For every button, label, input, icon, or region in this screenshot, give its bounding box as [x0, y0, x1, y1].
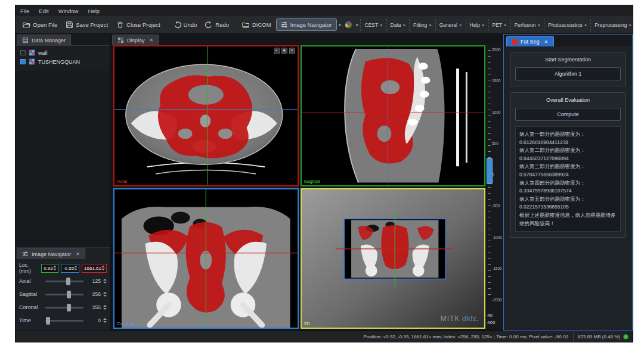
left-column-spacer	[16, 71, 110, 247]
left-column: Data Manager wall TUSHENGQUAN	[16, 34, 111, 331]
open-file-button[interactable]: Open File	[19, 19, 62, 30]
toolbar-overflow-arrow[interactable]: ▸	[354, 22, 360, 27]
slice-slider[interactable]	[45, 281, 83, 282]
slider-handle[interactable]	[66, 278, 70, 285]
slice-slider[interactable]	[45, 294, 83, 295]
coronal-ct-image	[114, 189, 298, 328]
view-controls: + ■ ✕	[274, 48, 295, 54]
slice-slider[interactable]	[45, 307, 83, 309]
image-navigator-tabbar: Image Navigator ✕	[16, 248, 110, 259]
slice-slider[interactable]	[45, 320, 83, 322]
sagittal-view[interactable]: Sagittal	[301, 45, 486, 186]
view-menu-item[interactable]: Photoacoustics ▸	[544, 19, 590, 31]
spinner-arrows-icon[interactable]	[74, 266, 78, 270]
status-bar: Position: <0.92, -0.55, 1661.61> mm; Ind…	[16, 331, 633, 342]
dkfz-logo: dkfz.	[462, 314, 478, 323]
chevron-right-icon: ▸	[585, 23, 587, 27]
slider-label: Coronal	[19, 304, 44, 310]
view-menu-item[interactable]: Preprocessing ▸	[590, 19, 633, 31]
view-menu-list: CEST ▸ Data ▸ Fitting ▸ General ▸ Help ▸…	[360, 19, 633, 31]
menu-item[interactable]: Help	[88, 8, 100, 14]
view-menu-item[interactable]: Data ▸	[386, 19, 409, 31]
window-value: 400	[487, 319, 495, 326]
spinner-arrows-icon[interactable]	[101, 266, 105, 270]
chevron-right-icon: ▸	[404, 23, 406, 27]
data-node-row[interactable]: TUSHENGQUAN	[17, 57, 109, 66]
view-perspective-button[interactable]	[343, 20, 354, 30]
chevron-right-icon: ▸	[504, 23, 507, 27]
slider-handle[interactable]	[46, 317, 50, 325]
visibility-checkbox[interactable]	[20, 59, 26, 64]
close-icon[interactable]: ✕	[150, 38, 154, 43]
location-y-spinbox[interactable]: -0.55	[61, 264, 79, 273]
result-line: 病人第五部分的脂肪密度为：0.0221571536655105	[519, 195, 617, 211]
crosshair-menu-icon[interactable]: +	[274, 48, 280, 54]
location-x-spinbox[interactable]: 0.92	[41, 264, 58, 273]
memory-text: 623.85 MB (0.48 %)	[578, 334, 620, 339]
fullscreen-icon[interactable]: ✕	[289, 48, 295, 54]
close-icon[interactable]: ✕	[76, 251, 80, 257]
chevron-right-icon: ▸	[538, 23, 540, 27]
tab-fat-seg[interactable]: Fat Seg ✕	[506, 36, 554, 46]
scale-label: 500	[492, 142, 503, 146]
image-navigator-panel: Image Navigator ✕ Loc. (mm) 0.92	[16, 247, 110, 331]
save-project-button[interactable]: Save Project	[62, 19, 113, 30]
view-menu-item[interactable]: Perfusion ▸	[510, 19, 544, 31]
slice-slider-row: Coronal 255	[18, 301, 108, 314]
screenshot-page: FileEditWindowHelp Open File Save Projec…	[0, 0, 644, 352]
chevron-right-icon: ▸	[429, 23, 432, 27]
axial-view-label: Axial	[117, 179, 127, 184]
position-status-text: Position: <0.92, -0.55, 1661.61> mm; Ind…	[359, 334, 573, 339]
view-menu-item[interactable]: General ▸	[435, 19, 466, 31]
trash-icon	[116, 21, 124, 29]
menu-item[interactable]: Edit	[39, 8, 48, 14]
axial-view[interactable]: + ■ ✕ Axial	[113, 45, 299, 186]
spinner-arrows-icon[interactable]	[103, 305, 107, 310]
spinner-arrows-icon[interactable]	[53, 266, 57, 270]
view-menu-item[interactable]: CEST ▸	[360, 19, 386, 31]
view-menu-item[interactable]: PET ▸	[488, 19, 510, 31]
close-project-button[interactable]: Close Project	[113, 19, 165, 30]
close-icon[interactable]: ✕	[544, 39, 549, 45]
dicom-button[interactable]: DICOM	[239, 19, 276, 30]
view-menu-item[interactable]: Help ▸	[466, 19, 488, 31]
image-navigator-button[interactable]: Image Navigator	[276, 18, 338, 31]
tab-image-navigator[interactable]: Image Navigator ✕	[17, 248, 85, 259]
result-line: 根据上述脂肪密度信息，病人患得脂肪增多症的风险较高！	[519, 211, 617, 228]
spinner-arrows-icon[interactable]	[103, 292, 107, 297]
location-z-spinbox[interactable]: 1661.61	[82, 264, 107, 273]
slider-handle[interactable]	[67, 304, 71, 311]
scale-label: -500	[492, 204, 503, 208]
data-node-row[interactable]: wall	[17, 48, 109, 57]
threed-view[interactable]: MITK dkfz. 3D	[301, 188, 486, 329]
sagittal-view-label: Sagittal	[304, 179, 320, 184]
menu-bar: FileEditWindowHelp	[16, 5, 633, 16]
mitk-workbench-window: FileEditWindowHelp Open File Save Projec…	[15, 5, 633, 342]
tab-data-manager[interactable]: Data Manager	[17, 35, 71, 45]
slice-slider-row: Axial 125	[18, 275, 108, 288]
view-menu-item[interactable]: Fitting ▸	[409, 19, 435, 31]
chevron-right-icon: ▸	[380, 23, 383, 27]
algorithm-1-button[interactable]: Algorithm 1	[515, 67, 621, 80]
level-window-slider[interactable]: 2000150010005000-500-1000-1500-2000	[485, 50, 503, 300]
undo-button[interactable]: Undo	[170, 19, 202, 30]
menu-item[interactable]: File	[20, 8, 29, 14]
sagittal-ct-image	[302, 46, 485, 185]
spinner-arrows-icon[interactable]	[103, 279, 107, 284]
redo-button[interactable]: Redo	[202, 19, 234, 30]
level-window-handle[interactable]	[487, 158, 493, 184]
compute-button[interactable]: Compute	[515, 108, 621, 121]
toolbar-overflow-arrow[interactable]: ▸	[337, 22, 343, 27]
slider-handle[interactable]	[67, 291, 71, 298]
menu-item[interactable]: Window	[58, 8, 79, 14]
visibility-checkbox[interactable]	[20, 50, 26, 55]
tab-display[interactable]: Display ✕	[112, 35, 159, 45]
slice-slider-row: Sagittal 256	[18, 288, 108, 301]
spinner-arrows-icon[interactable]	[103, 318, 107, 323]
coronal-view[interactable]: Coronal	[113, 188, 299, 329]
data-manager-tree: wall TUSHENGQUAN	[16, 45, 110, 71]
result-line: 病人第一部分的脂肪密度为：0.6126016904411238	[519, 130, 617, 147]
data-manager-icon	[22, 37, 29, 43]
layout-menu-icon[interactable]: ■	[281, 48, 287, 54]
slider-value: 0	[88, 317, 101, 323]
